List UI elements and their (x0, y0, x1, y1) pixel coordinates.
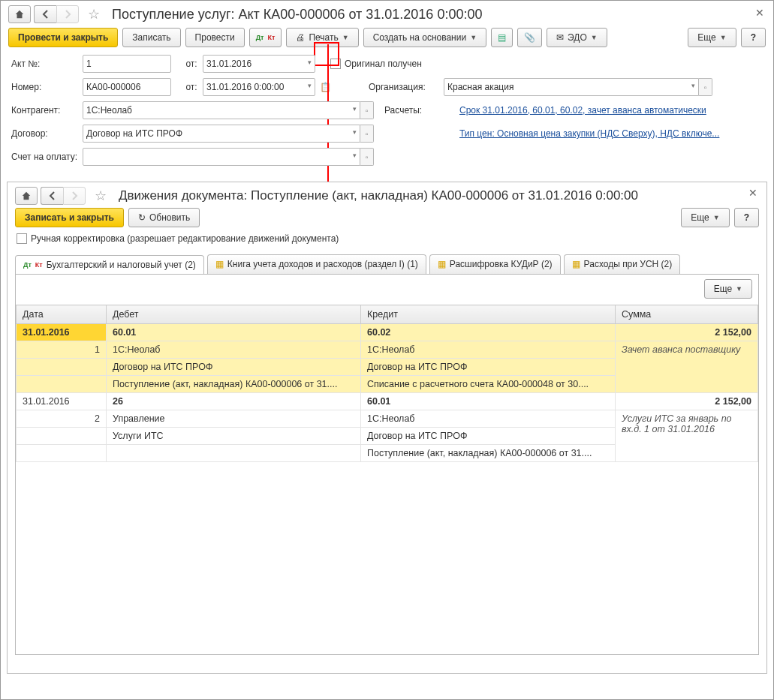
printer-icon: 🖨 (296, 32, 305, 43)
tab-income-book[interactable]: ▦Книга учета доходов и расходов (раздел … (207, 254, 426, 274)
print-button[interactable]: 🖨Печать▼ (286, 28, 358, 47)
org-open-button[interactable]: ▫ (699, 78, 712, 96)
col-sum: Сумма (616, 305, 758, 324)
dtkt-button[interactable]: ДтКт (249, 28, 282, 47)
original-received-label: Оригинал получен (345, 59, 422, 69)
col-credit: Кредит (361, 305, 616, 324)
attach-button[interactable]: 📎 (517, 28, 542, 47)
back-button[interactable] (34, 5, 56, 23)
window-title: Поступление услуг: Акт КА00-000006 от 31… (112, 7, 482, 23)
edo-button[interactable]: ✉ЭДО▼ (547, 28, 607, 47)
forward-button[interactable] (56, 5, 79, 23)
favorite-star-icon[interactable]: ☆ (85, 5, 103, 23)
col-date: Дата (17, 305, 107, 324)
calc-label: Расчеты: (384, 105, 459, 116)
create-based-on-button[interactable]: Создать на основании▼ (363, 28, 486, 47)
book-icon: ▦ (215, 259, 224, 269)
contractor-input[interactable]: 1С:Неолаб (83, 101, 360, 119)
tab-kudir[interactable]: ▦Расшифровка КУДиР (2) (429, 254, 561, 274)
contractor-open-button[interactable]: ▫ (360, 101, 374, 119)
paperclip-icon: 📎 (524, 32, 535, 43)
col-debit: Дебет (107, 305, 361, 324)
manual-edit-label: Ручная корректировка (разрешает редактир… (31, 233, 339, 244)
book-icon: ▦ (572, 259, 580, 269)
document-icon: ▤ (498, 32, 506, 43)
forward-button-2[interactable] (63, 187, 86, 205)
invoice-input[interactable] (83, 148, 360, 166)
org-label: Организация: (369, 82, 444, 92)
help-button-2[interactable]: ? (734, 208, 759, 227)
table-row[interactable]: 31.01.2016 26 60.01 2 152,00 (17, 393, 758, 410)
calc-link[interactable]: Срок 31.01.2016, 60.01, 60.02, зачет ава… (459, 105, 706, 116)
refresh-icon: ↻ (138, 212, 146, 223)
home-button[interactable] (8, 5, 31, 23)
post-and-close-button[interactable]: Провести и закрыть (8, 28, 118, 47)
invoice-label: Счет на оплату: (11, 152, 83, 162)
act-no-label: Акт №: (11, 59, 83, 69)
post-button[interactable]: Провести (185, 28, 245, 47)
from-label-2: от: (180, 82, 203, 92)
invoice-open-button[interactable]: ▫ (360, 148, 374, 166)
tab-accounting[interactable]: ДтКтБухгалтерский и налоговый учет (2) (15, 255, 204, 275)
back-button-2[interactable] (41, 187, 63, 205)
close-button-2[interactable]: ✕ (748, 187, 757, 199)
contract-label: Договор: (11, 128, 83, 139)
number-input[interactable]: КА00-000006 (83, 78, 171, 96)
doc-icon-button[interactable]: ▤ (491, 28, 513, 47)
panel-more-button[interactable]: Еще▼ (704, 279, 752, 299)
edo-icon: ✉ (556, 32, 564, 43)
org-input[interactable]: Красная акация (444, 78, 699, 96)
contract-input[interactable]: Договор на ИТС ПРОФ (83, 125, 360, 143)
refresh-button[interactable]: ↻Обновить (128, 208, 200, 227)
price-type-link[interactable]: Тип цен: Основная цена закупки (НДС Свер… (459, 128, 719, 139)
save-button[interactable]: Записать (122, 28, 180, 47)
original-received-checkbox[interactable] (330, 59, 341, 69)
table-row[interactable]: 31.01.2016 60.01 60.02 2 152,00 (17, 324, 758, 341)
favorite-star-icon-2[interactable]: ☆ (92, 187, 110, 205)
window2-title: Движения документа: Поступление (акт, на… (119, 188, 638, 203)
contract-open-button[interactable]: ▫ (360, 125, 374, 143)
table-row[interactable]: 1 1С:Неолаб 1С:Неолаб Зачет аванса поста… (17, 341, 758, 359)
table-row[interactable]: 2 Управление 1С:Неолаб Услуги ИТС за янв… (17, 410, 758, 428)
tab-usn-expenses[interactable]: ▦Расходы при УСН (2) (564, 254, 681, 274)
number-label: Номер: (11, 82, 83, 92)
close-button[interactable]: ✕ (755, 7, 764, 19)
help-button[interactable]: ? (741, 28, 766, 47)
number-date-input[interactable]: 31.01.2016 0:00:00 (203, 78, 315, 96)
act-no-input[interactable]: 1 (83, 55, 171, 73)
book-icon: ▦ (438, 259, 446, 269)
calendar-icon[interactable]: 📋 (319, 81, 331, 93)
from-label: от: (180, 59, 203, 69)
act-date-input[interactable]: 31.01.2016 (203, 55, 315, 73)
accounting-table: Дата Дебет Кредит Сумма 31.01.2016 60.01… (16, 305, 758, 462)
contractor-label: Контрагент: (11, 105, 83, 116)
more-button[interactable]: Еще▼ (688, 28, 736, 47)
home-button-2[interactable] (15, 187, 38, 205)
save-and-close-button[interactable]: Записать и закрыть (15, 208, 124, 227)
more-button-2[interactable]: Еще▼ (681, 208, 729, 227)
manual-edit-checkbox[interactable] (17, 233, 27, 244)
